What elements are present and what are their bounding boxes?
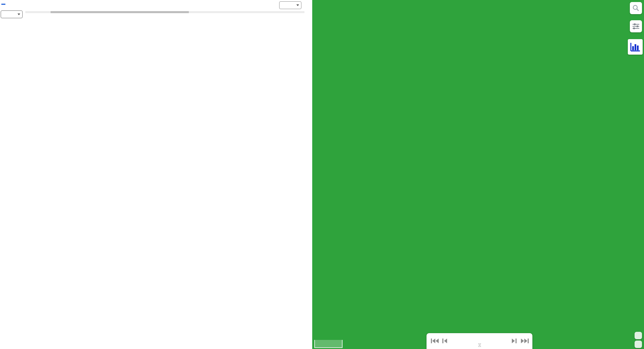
chart-scrollbar-thumb[interactable]: [51, 11, 189, 13]
zoom-out-button[interactable]: [635, 341, 642, 348]
wind-altitude-panel: [0, 0, 305, 349]
panel-tabs: [0, 0, 305, 10]
skip-to-start-button[interactable]: [431, 338, 439, 344]
boundary-layer-colorbar: [307, 0, 312, 349]
next-step-button[interactable]: [511, 338, 517, 344]
map-stats-button[interactable]: [628, 39, 643, 55]
time-progress-strip[interactable]: [449, 342, 509, 344]
zoom-in-button[interactable]: [635, 332, 642, 339]
unit-select[interactable]: [279, 1, 301, 9]
previous-step-button[interactable]: [442, 338, 447, 344]
sliders-icon: [632, 23, 640, 30]
map-scale-bar: [314, 340, 343, 348]
chart-scrollbar[interactable]: [25, 11, 304, 13]
bar-chart-icon: [630, 42, 640, 52]
search-icon: [632, 4, 640, 12]
chevron-down-icon: [296, 4, 299, 6]
time-scrubber-panel: [427, 333, 532, 349]
wind-altitude-chart[interactable]: [0, 13, 305, 349]
map-graphics: [312, 0, 644, 349]
map-canvas[interactable]: [312, 0, 644, 349]
map-layers-settings-button[interactable]: [630, 20, 642, 32]
meteo-parapente-app: [0, 0, 644, 349]
map-search-button[interactable]: [630, 2, 642, 14]
skip-to-end-button[interactable]: [520, 338, 529, 344]
